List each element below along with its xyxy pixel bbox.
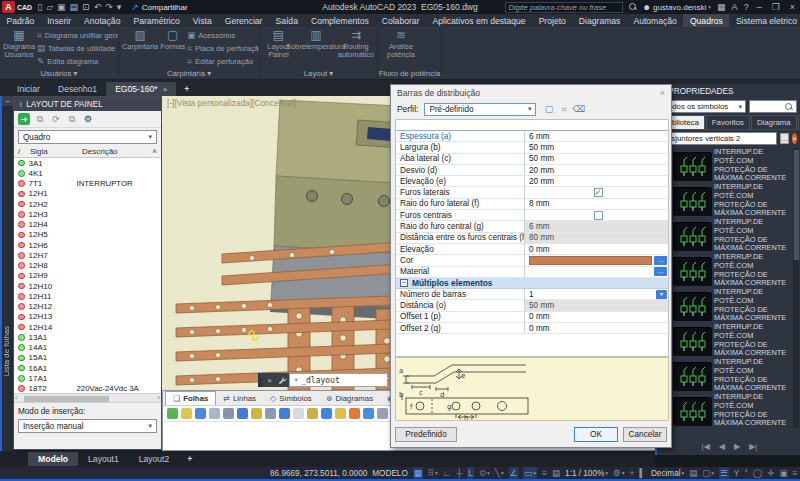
- units[interactable]: Decimal▾: [651, 469, 684, 478]
- customization-menu-icon[interactable]: ≡: [792, 467, 797, 479]
- ellipsis-button[interactable]: …: [654, 256, 667, 265]
- component-row-12h7[interactable]: 12H7: [14, 250, 161, 260]
- horizontal-scrollbar[interactable]: ‹›: [14, 394, 161, 403]
- snap-mode-icon[interactable]: ⠿▾: [428, 467, 438, 479]
- dock-tool-icon-7[interactable]: [251, 408, 262, 419]
- clean-screen-icon[interactable]: ◯: [753, 467, 763, 479]
- symbol-search-box[interactable]: [749, 100, 797, 113]
- cancel-button[interactable]: Cancelar: [623, 427, 667, 442]
- component-row-15a1[interactable]: 15A1: [14, 353, 161, 363]
- fullscreen-icon[interactable]: ▣: [779, 467, 787, 479]
- dock-tool-icon-5[interactable]: [223, 408, 234, 419]
- profile-select[interactable]: Pré-definido ▾: [424, 103, 536, 116]
- isolate-objects-icon[interactable]: ▍: [639, 467, 646, 479]
- layout-tab-layout2[interactable]: Layout2: [129, 452, 180, 466]
- restore-button[interactable]: ❐: [770, 2, 782, 12]
- dialog-title-bar[interactable]: Barras de distribuição ×: [391, 85, 671, 101]
- grid-cell-value[interactable]: 1▾: [525, 289, 668, 300]
- polar-tracking-icon[interactable]: ⊙▾: [479, 467, 490, 479]
- close-button[interactable]: ×: [788, 2, 797, 12]
- workspace-gear-icon[interactable]: ⚙▾: [613, 467, 624, 479]
- grid-cell-value[interactable]: …: [525, 267, 668, 278]
- isodraft-icon[interactable]: ╲▾: [495, 467, 504, 479]
- close-icon[interactable]: ×: [660, 88, 665, 98]
- component-row-12h8[interactable]: 12H8: [14, 261, 161, 271]
- ribbon-button-carpintaria[interactable]: ▧Carpintaria: [122, 29, 158, 68]
- copy-icon[interactable]: ⧉: [34, 113, 46, 125]
- prev-page-icon[interactable]: ◀: [719, 442, 725, 451]
- layout-tab-layout1[interactable]: Layout1: [78, 452, 129, 466]
- ribbon-button-acess-rios[interactable]: ▣Acessórios: [187, 29, 259, 41]
- dock-tool-icon-6[interactable]: [237, 408, 248, 419]
- search-icon[interactable]: [629, 3, 637, 11]
- lineweight-icon[interactable]: ≡: [542, 467, 547, 479]
- grid-cell-value[interactable]: 20 mm: [525, 176, 668, 187]
- component-row-12h5[interactable]: 12H5: [14, 230, 161, 240]
- component-row-12h12[interactable]: 12H12: [14, 302, 161, 312]
- vertical-scrollbar[interactable]: [793, 148, 799, 428]
- grid-cell-label[interactable]: Desvio (d): [396, 165, 525, 176]
- component-row-12h9[interactable]: 12H9: [14, 271, 161, 281]
- dock-tool-icon-13[interactable]: [335, 408, 346, 419]
- grid-cell-label[interactable]: Offset 2 (q): [396, 323, 525, 334]
- ribbon-tab-anota-o[interactable]: Anotação: [78, 14, 127, 27]
- delete-profile-icon[interactable]: ⌫: [572, 103, 585, 116]
- open-file-icon[interactable]: ▱: [46, 2, 53, 12]
- insert-profile-icon[interactable]: ⌗: [557, 103, 570, 116]
- ribbon-tab-padr-o[interactable]: Padrão: [0, 14, 41, 27]
- new-file-icon[interactable]: ▯: [37, 2, 42, 12]
- component-row-12h10[interactable]: 12H10: [14, 281, 161, 291]
- viewport-controls-label[interactable]: [-][Vista personalizada][Conceitual]: [167, 98, 296, 108]
- dock-tool-icon-12[interactable]: [321, 408, 332, 419]
- quick-properties-icon[interactable]: ▤: [689, 467, 697, 479]
- annotation-monitor-icon[interactable]: +: [629, 467, 634, 479]
- component-row-16a1[interactable]: 16A1: [14, 363, 161, 373]
- help-icon[interactable]: ?: [744, 2, 749, 12]
- ok-button[interactable]: OK: [574, 427, 618, 442]
- ribbon-button-tabelas-de-utilidade[interactable]: ▤Tabelas de utilidade: [37, 42, 118, 54]
- ribbon-tab-complementos[interactable]: Complementos: [304, 14, 375, 27]
- command-input[interactable]: ▾ _dlayout: [289, 373, 388, 387]
- browse-icon[interactable]: …: [780, 133, 789, 144]
- command-line[interactable]: ⋮⋮⋮ × ▾ _dlayout: [258, 373, 388, 387]
- component-row-12h1[interactable]: 12H1: [14, 189, 161, 199]
- auto-hide-icon[interactable]: –: [2, 96, 13, 106]
- library-item[interactable]: ★ INTERRUP.DE POTÊ.COM PROTEÇÃO DE MÁXIM…: [657, 358, 794, 393]
- dock-panel-icon[interactable]: ☰: [719, 467, 729, 479]
- component-row-4k1[interactable]: 4K1: [14, 168, 161, 178]
- new-layout-button[interactable]: +: [179, 452, 200, 466]
- undo-icon[interactable]: ↶: [94, 2, 102, 12]
- ortho-mode-icon[interactable]: L: [467, 467, 474, 479]
- document-tab-eg05-160[interactable]: EG05-160*×: [106, 82, 176, 96]
- collapse-icon[interactable]: −: [400, 279, 408, 287]
- grid-cell-value[interactable]: 0 mm: [525, 323, 668, 334]
- ribbon-tab-sa-da[interactable]: Saída: [269, 14, 304, 27]
- color-swatch[interactable]: [529, 256, 652, 265]
- grid-cell-label[interactable]: Furos centrais: [396, 210, 525, 221]
- selection-cycling-icon[interactable]: ▤: [552, 467, 560, 479]
- ribbon-button-an-lise-pot-ncia[interactable]: ≋Análise potência: [381, 29, 421, 68]
- grid-cell-label[interactable]: Largura (b): [396, 142, 525, 153]
- component-row-12h6[interactable]: 12H6: [14, 240, 161, 250]
- ribbon-tab-aplicativos-em-destaque[interactable]: Aplicativos em destaque: [426, 14, 532, 27]
- close-tab-icon[interactable]: ×: [163, 85, 168, 94]
- ribbon-tab-gerenciar[interactable]: Gerenciar: [218, 14, 269, 27]
- dock-tool-icon-2[interactable]: [181, 408, 192, 419]
- new-drawing-button[interactable]: +: [176, 82, 197, 96]
- grid-cell-label[interactable]: Distância (o): [396, 300, 525, 311]
- settings-gear-icon[interactable]: ⚙: [82, 113, 94, 125]
- autodesk-account-icon[interactable]: A: [732, 2, 738, 12]
- checkbox-checked[interactable]: ✓: [594, 188, 603, 197]
- component-row-12h3[interactable]: 12H3: [14, 209, 161, 219]
- object-snap-tracking-icon[interactable]: ∠: [509, 467, 519, 479]
- grid-cell-value[interactable]: 8 mm: [525, 199, 668, 210]
- next-page-icon[interactable]: ▶: [734, 442, 740, 451]
- ribbon-button-formas[interactable]: ▢Formas: [160, 29, 185, 68]
- palette-tab-favoritos[interactable]: Favoritos: [706, 115, 750, 129]
- component-row-12h2[interactable]: 12H2: [14, 199, 161, 209]
- dock-tool-icon-11[interactable]: [307, 408, 318, 419]
- library-item[interactable]: ★ INTERRUP.DE POTÊ.COM PROTEÇÃO DE MÁXIM…: [657, 148, 794, 183]
- plot-icon[interactable]: ⊡: [82, 2, 90, 12]
- app-logo-icon[interactable]: A: [2, 1, 15, 13]
- grid-cell-label[interactable]: Distância entre os furos centrais (h): [396, 233, 525, 244]
